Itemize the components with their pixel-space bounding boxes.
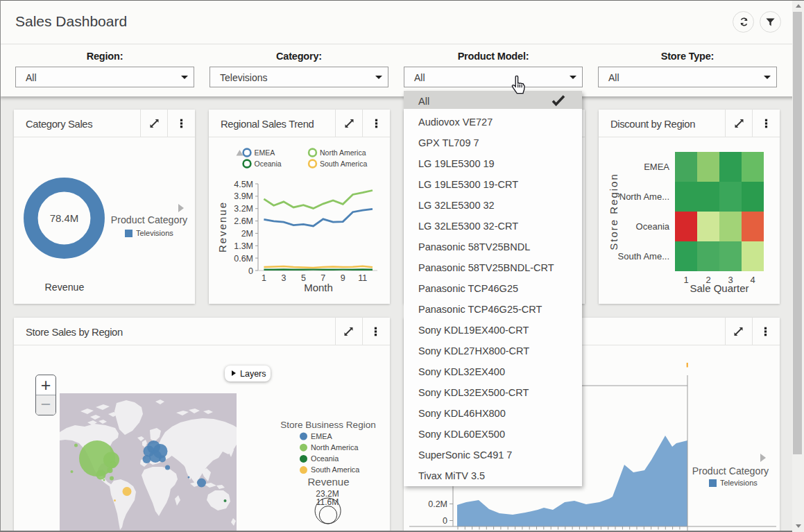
svg-text:North Ame...: North Ame... xyxy=(619,191,669,202)
svg-text:EMEA: EMEA xyxy=(644,162,669,172)
svg-text:EMEA: EMEA xyxy=(255,148,275,157)
svg-text:Oceania: Oceania xyxy=(636,221,670,232)
svg-text:EMEA: EMEA xyxy=(311,432,332,440)
svg-text:Revenue: Revenue xyxy=(216,201,228,252)
svg-text:Televisions: Televisions xyxy=(136,229,173,237)
svg-text:Product Category: Product Category xyxy=(692,465,769,477)
svg-text:Oceania: Oceania xyxy=(311,454,339,463)
svg-text:Revenue: Revenue xyxy=(45,282,85,293)
svg-text:11.6M: 11.6M xyxy=(316,497,339,507)
svg-text:3: 3 xyxy=(281,273,286,283)
svg-text:Month: Month xyxy=(304,282,333,293)
svg-text:Oceania: Oceania xyxy=(255,160,282,168)
svg-text:Product Category: Product Category xyxy=(111,214,188,225)
svg-text:2.6M: 2.6M xyxy=(234,216,253,226)
svg-text:9: 9 xyxy=(341,273,345,283)
svg-text:0.6M: 0.6M xyxy=(234,254,253,264)
svg-text:0: 0 xyxy=(248,266,253,276)
svg-text:0: 0 xyxy=(443,516,447,526)
svg-text:North America: North America xyxy=(320,148,366,157)
svg-text:South Ame...: South Ame... xyxy=(618,251,669,261)
svg-text:2M: 2M xyxy=(241,229,253,239)
svg-text:1: 1 xyxy=(683,275,688,285)
svg-text:Televisions: Televisions xyxy=(720,479,758,487)
svg-text:11: 11 xyxy=(358,273,367,283)
svg-text:4: 4 xyxy=(750,275,755,285)
svg-text:78.4M: 78.4M xyxy=(50,212,79,224)
svg-text:North America: North America xyxy=(311,443,358,452)
svg-text:3.2M: 3.2M xyxy=(234,204,253,214)
svg-text:1: 1 xyxy=(262,273,266,283)
svg-text:Store Region: Store Region xyxy=(608,173,619,250)
svg-text:0.2M: 0.2M xyxy=(428,499,447,509)
svg-text:South America: South America xyxy=(320,160,367,168)
svg-text:1.3M: 1.3M xyxy=(234,241,253,251)
svg-text:3.9M: 3.9M xyxy=(234,191,253,201)
svg-text:Revenue: Revenue xyxy=(307,476,349,488)
svg-text:4.5M: 4.5M xyxy=(234,180,253,189)
svg-text:South America: South America xyxy=(311,465,359,474)
svg-text:Sale Quarter: Sale Quarter xyxy=(690,282,749,294)
svg-text:Store Business Region: Store Business Region xyxy=(280,420,375,430)
